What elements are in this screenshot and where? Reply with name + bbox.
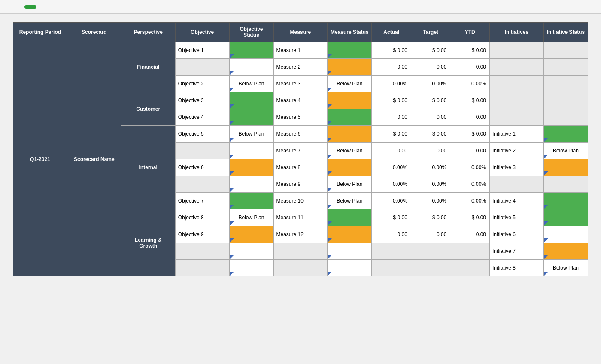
- objective-cell: Objective 1: [175, 42, 229, 59]
- ytd-cell: [450, 243, 490, 260]
- scorecard-cell: Scorecard Name: [67, 42, 121, 276]
- ytd-cell: 0.00: [450, 143, 490, 159]
- status-cell: [328, 42, 372, 59]
- header-initiative-status: Initiative Status: [543, 23, 588, 42]
- ytd-cell: $ 0.00: [450, 42, 490, 59]
- status-cell: [328, 126, 372, 143]
- measure-cell: Measure 6: [273, 126, 328, 143]
- measure-cell: Measure 11: [273, 209, 328, 226]
- status-cell: Below Plan: [328, 76, 372, 92]
- measure-cell: [273, 243, 328, 260]
- initiative-status-cell: [543, 176, 588, 193]
- initiative-status-cell: [543, 193, 588, 209]
- initiative-cell: Initiative 2: [490, 143, 544, 159]
- status-cell: [328, 109, 372, 126]
- initiative-status-cell: [543, 76, 588, 92]
- objective-cell: [175, 176, 229, 193]
- status-cell: [328, 260, 372, 276]
- objective-cell: Objective 7: [175, 193, 229, 209]
- target-cell: 0.00: [411, 109, 450, 126]
- measure-cell: [273, 260, 328, 276]
- status-cell: [229, 59, 273, 76]
- measure-cell: Measure 8: [273, 159, 328, 176]
- target-cell: $ 0.00: [411, 92, 450, 109]
- ytd-cell: 0.00%: [450, 159, 490, 176]
- initiative-status-cell: [543, 159, 588, 176]
- header-perspective: Perspective: [121, 23, 175, 42]
- tab-instructions[interactable]: [11, 5, 21, 9]
- status-cell: [229, 226, 273, 243]
- ytd-cell: $ 0.00: [450, 92, 490, 109]
- initiative-status-cell: [543, 109, 588, 126]
- initiative-status-cell: [543, 126, 588, 143]
- actual-cell: 0.00%: [372, 159, 411, 176]
- initiative-cell: Initiative 1: [490, 126, 544, 143]
- status-cell: [229, 42, 273, 59]
- initiative-status-cell: Below Plan: [543, 143, 588, 159]
- objective-cell: Objective 3: [175, 92, 229, 109]
- objective-cell: [175, 243, 229, 260]
- objective-cell: Objective 2: [175, 76, 229, 92]
- objective-cell: Objective 4: [175, 109, 229, 126]
- objective-cell: Objective 9: [175, 226, 229, 243]
- initiative-cell: [490, 76, 544, 92]
- target-cell: 0.00%: [411, 159, 450, 176]
- objective-cell: Objective 8: [175, 209, 229, 226]
- status-cell: [328, 59, 372, 76]
- objective-cell: [175, 143, 229, 159]
- header-actual: Actual: [372, 23, 411, 42]
- status-cell: [328, 209, 372, 226]
- actual-cell: 0.00: [372, 59, 411, 76]
- actual-cell: 0.00%: [372, 176, 411, 193]
- scorecard-table: Reporting Period Scorecard Perspective O…: [13, 22, 588, 276]
- status-cell: [328, 92, 372, 109]
- initiative-status-cell: [543, 243, 588, 260]
- initiative-cell: Initiative 5: [490, 209, 544, 226]
- perspective-cell: Internal: [121, 126, 175, 209]
- header-measure-status: Measure Status: [328, 23, 372, 42]
- header-objective: Objective: [175, 23, 229, 42]
- objective-cell: [175, 260, 229, 276]
- ytd-cell: $ 0.00: [450, 209, 490, 226]
- status-cell: [229, 143, 273, 159]
- header-ytd: YTD: [450, 23, 490, 42]
- status-cell: [229, 109, 273, 126]
- target-cell: 0.00: [411, 143, 450, 159]
- tab-balanced-scorecard[interactable]: [24, 5, 36, 9]
- initiative-status-cell: Below Plan: [543, 260, 588, 276]
- initiative-cell: Initiative 8: [490, 260, 544, 276]
- target-cell: 0.00: [411, 59, 450, 76]
- measure-cell: Measure 1: [273, 42, 328, 59]
- header-initiatives: Initiatives: [490, 23, 544, 42]
- status-cell: [229, 243, 273, 260]
- target-cell: [411, 260, 450, 276]
- actual-cell: $ 0.00: [372, 126, 411, 143]
- measure-cell: Measure 4: [273, 92, 328, 109]
- objective-cell: Objective 5: [175, 126, 229, 143]
- status-cell: [229, 260, 273, 276]
- target-cell: 0.00%: [411, 76, 450, 92]
- initiative-cell: Initiative 3: [490, 159, 544, 176]
- status-cell: Below Plan: [328, 143, 372, 159]
- initiative-cell: [490, 92, 544, 109]
- status-cell: Below Plan: [328, 193, 372, 209]
- objective-cell: Objective 6: [175, 159, 229, 176]
- ytd-cell: 0.00: [450, 109, 490, 126]
- initiative-cell: Initiative 6: [490, 226, 544, 243]
- reporting-period-cell: Q1-2021: [13, 42, 67, 276]
- actual-cell: 0.00%: [372, 193, 411, 209]
- perspective-cell: Customer: [121, 92, 175, 126]
- ytd-cell: 0.00: [450, 226, 490, 243]
- header-objective-status: Objective Status: [229, 23, 273, 42]
- ytd-cell: 0.00%: [450, 76, 490, 92]
- status-cell: [328, 159, 372, 176]
- header-target: Target: [411, 23, 450, 42]
- initiative-status-cell: [543, 59, 588, 76]
- initiative-cell: Initiative 7: [490, 243, 544, 260]
- actual-cell: $ 0.00: [372, 42, 411, 59]
- initiative-cell: [490, 176, 544, 193]
- measure-cell: Measure 2: [273, 59, 328, 76]
- measure-cell: Measure 12: [273, 226, 328, 243]
- actual-cell: 0.00%: [372, 76, 411, 92]
- status-cell: [229, 159, 273, 176]
